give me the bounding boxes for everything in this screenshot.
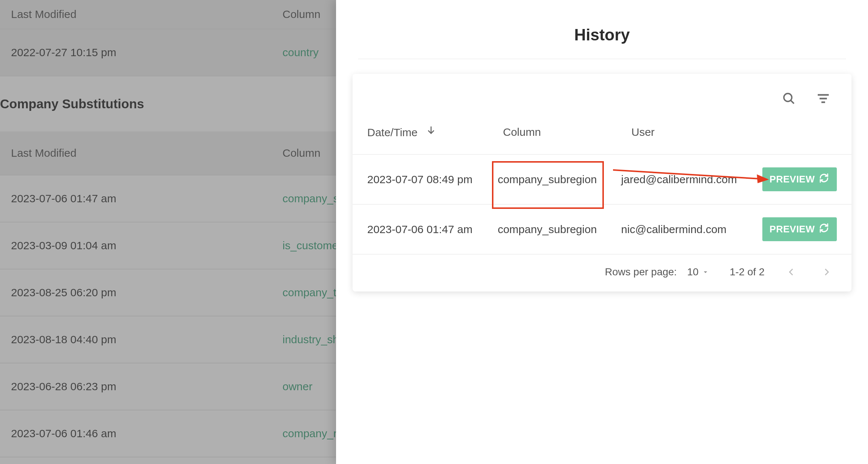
bg-cell-date: 2023-07-06 01:47 am xyxy=(11,192,282,205)
col-header-column[interactable]: Column xyxy=(503,126,631,138)
bg-header-column: Column xyxy=(282,147,320,159)
table-header-row: Date/Time Column User xyxy=(353,110,851,154)
bg-cell-date: 2023-08-18 04:40 pm xyxy=(11,333,282,346)
cell-column: company_subregion xyxy=(498,173,621,186)
bg-cell-date: 2022-07-27 10:15 pm xyxy=(11,46,282,59)
col-header-user[interactable]: User xyxy=(631,126,778,138)
bg-cell-date: 2023-07-06 01:46 am xyxy=(11,427,282,440)
svg-rect-4 xyxy=(821,101,825,103)
bg-cell-column: company_ti xyxy=(282,286,339,299)
svg-rect-3 xyxy=(820,98,827,99)
restore-icon xyxy=(818,222,829,236)
rows-per-page-select[interactable]: 10 xyxy=(687,266,710,278)
chevron-down-icon xyxy=(701,268,710,276)
bg-header-column: Column xyxy=(282,8,320,21)
bg-cell-column: company_re xyxy=(282,427,343,440)
cell-datetime: 2023-07-06 01:47 am xyxy=(367,223,498,236)
preview-button[interactable]: PREVIEW xyxy=(762,167,837,191)
cell-datetime: 2023-07-07 08:49 pm xyxy=(367,173,498,186)
panel-title: History xyxy=(336,0,868,59)
bg-cell-date: 2023-08-25 06:20 pm xyxy=(11,286,282,299)
bg-header-last-modified: Last Modified xyxy=(11,147,282,159)
cell-user: nic@calibermind.com xyxy=(621,223,762,236)
svg-rect-2 xyxy=(818,94,829,95)
history-panel: History Date/Time xyxy=(336,0,868,464)
prev-page-button[interactable] xyxy=(785,265,798,279)
col-header-datetime[interactable]: Date/Time xyxy=(367,126,503,139)
preview-button-label: PREVIEW xyxy=(770,224,815,235)
bg-cell-column: owner xyxy=(282,380,313,393)
bg-cell-date: 2023-06-28 06:23 pm xyxy=(11,380,282,393)
history-card: Date/Time Column User 2023-07-07 08:49 p… xyxy=(353,74,851,291)
filter-icon[interactable] xyxy=(815,90,831,106)
divider xyxy=(358,59,846,59)
search-icon[interactable] xyxy=(781,90,797,106)
sort-desc-icon xyxy=(426,125,436,138)
bg-cell-column: industry_sh xyxy=(282,333,339,346)
bg-header-last-modified: Last Modified xyxy=(11,8,282,21)
preview-button[interactable]: PREVIEW xyxy=(762,217,837,241)
history-row: 2023-07-07 08:49 pm company_subregion ja… xyxy=(353,154,851,204)
preview-button-label: PREVIEW xyxy=(770,174,815,185)
bg-cell-column: country xyxy=(282,46,318,59)
restore-icon xyxy=(818,173,829,186)
rows-per-page: Rows per page: 10 xyxy=(605,266,710,278)
bg-cell-date: 2023-03-09 01:04 am xyxy=(11,239,282,252)
bg-cell-column: is_customer xyxy=(282,239,342,252)
svg-point-0 xyxy=(784,94,792,102)
rows-per-page-value: 10 xyxy=(687,266,699,278)
history-row: 2023-07-06 01:47 am company_subregion ni… xyxy=(353,204,851,254)
rows-per-page-label: Rows per page: xyxy=(605,266,677,278)
cell-user: jared@calibermind.com xyxy=(621,173,762,186)
svg-line-1 xyxy=(791,100,794,104)
col-header-datetime-label: Date/Time xyxy=(367,126,417,138)
cell-column: company_subregion xyxy=(498,223,621,236)
bg-cell-column: company_su xyxy=(282,192,345,205)
next-page-button[interactable] xyxy=(820,265,833,279)
pagination: Rows per page: 10 1-2 of 2 xyxy=(353,254,851,291)
card-toolbar xyxy=(353,74,851,110)
pagination-range: 1-2 of 2 xyxy=(730,266,765,278)
